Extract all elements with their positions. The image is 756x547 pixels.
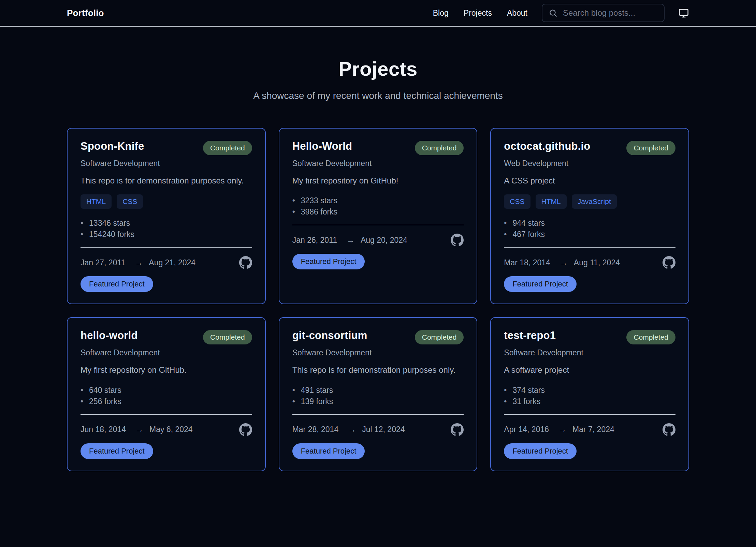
github-link[interactable] (451, 234, 464, 247)
start-date: Jun 18, 2014 (81, 425, 126, 434)
arrow-icon: → (560, 258, 568, 267)
project-category: Software Development (81, 348, 160, 357)
project-title: hello-world (81, 329, 138, 342)
stat-item: 256 forks (81, 396, 121, 407)
stat-item: 491 stars (292, 385, 333, 396)
project-card: Hello-World Completed Software Developme… (279, 128, 478, 304)
stat-list: 491 stars139 forks (292, 385, 333, 407)
github-icon (239, 423, 252, 436)
stat-item: 139 forks (292, 396, 333, 407)
tag-chip: HTML (81, 194, 112, 209)
tag-chip: CSS (504, 194, 530, 209)
project-dates: Jan 26, 2011 → Aug 20, 2024 (292, 236, 407, 245)
end-date: Aug 21, 2024 (149, 258, 195, 267)
arrow-icon: → (558, 425, 566, 434)
nav-item-about[interactable]: About (507, 9, 527, 18)
github-icon (663, 256, 675, 269)
search-input[interactable] (563, 8, 658, 18)
featured-badge: Featured Project (81, 276, 153, 292)
stat-item: 3986 forks (292, 206, 337, 218)
start-date: Jan 27, 2011 (81, 258, 125, 267)
project-card: test-repo1 Completed Software Developmen… (490, 317, 689, 471)
featured-badge: Featured Project (504, 443, 577, 459)
end-date: May 6, 2024 (149, 425, 193, 434)
tag-chip: CSS (117, 194, 143, 209)
project-title: git-consortium (292, 329, 367, 342)
main-nav: Blog Projects About (433, 9, 527, 18)
arrow-icon: → (135, 425, 143, 434)
project-category: Software Development (504, 348, 583, 357)
project-dates: Jan 27, 2011 → Aug 21, 2024 (81, 258, 195, 267)
stat-list: 13346 stars154240 forks (81, 218, 134, 240)
project-description: A CSS project (504, 175, 555, 186)
github-link[interactable] (239, 256, 252, 269)
stat-item: 31 forks (504, 396, 545, 407)
project-dates: Apr 14, 2016 → Mar 7, 2024 (504, 425, 614, 434)
start-date: Jan 26, 2011 (292, 236, 337, 245)
project-category: Software Development (81, 159, 160, 168)
card-divider (81, 247, 252, 248)
github-link[interactable] (663, 256, 675, 269)
github-icon (663, 423, 675, 436)
site-logo[interactable]: Portfolio (67, 8, 104, 18)
stat-item: 13346 stars (81, 218, 134, 229)
end-date: Aug 20, 2024 (361, 236, 407, 245)
arrow-icon: → (135, 258, 143, 267)
stat-item: 3233 stars (292, 195, 337, 206)
tag-list: HTMLCSS (81, 194, 143, 209)
stat-list: 944 stars467 forks (504, 218, 545, 240)
stat-list: 640 stars256 forks (81, 385, 121, 407)
page-subtitle: A showcase of my recent work and technic… (67, 90, 689, 101)
status-badge: Completed (415, 141, 464, 155)
project-dates: Jun 18, 2014 → May 6, 2024 (81, 425, 193, 434)
project-card: octocat.github.io Completed Web Developm… (490, 128, 689, 304)
status-badge: Completed (626, 330, 675, 344)
stat-item: 467 forks (504, 229, 545, 240)
github-link[interactable] (663, 423, 675, 436)
github-icon (451, 234, 464, 247)
project-description: This repo is for demonstration purposes … (292, 365, 455, 375)
arrow-icon: → (347, 236, 354, 245)
site-header: Portfolio Blog Projects About (0, 0, 756, 27)
project-description: This repo is for demonstration purposes … (81, 175, 244, 186)
stat-list: 374 stars31 forks (504, 385, 545, 407)
nav-item-blog[interactable]: Blog (433, 9, 449, 18)
project-description: My first repository on GitHub! (292, 175, 398, 186)
card-divider (504, 247, 675, 248)
featured-badge: Featured Project (504, 276, 577, 292)
featured-badge: Featured Project (81, 443, 153, 459)
github-link[interactable] (239, 423, 252, 436)
tag-chip: HTML (536, 194, 567, 209)
project-card: hello-world Completed Software Developme… (67, 317, 266, 471)
start-date: Mar 28, 2014 (292, 425, 339, 434)
start-date: Apr 14, 2016 (504, 425, 549, 434)
nav-item-projects[interactable]: Projects (464, 9, 492, 18)
project-description: My first repository on GitHub. (81, 365, 187, 375)
status-badge: Completed (203, 330, 252, 344)
project-category: Software Development (292, 159, 372, 168)
project-category: Software Development (292, 348, 372, 357)
tag-chip: JavaScript (572, 194, 617, 209)
project-title: test-repo1 (504, 329, 556, 342)
project-dates: Mar 28, 2014 → Jul 12, 2024 (292, 425, 405, 434)
search-icon (549, 9, 557, 17)
projects-page: Projects A showcase of my recent work an… (67, 57, 689, 471)
project-description: A software project (504, 365, 569, 375)
page-title: Projects (67, 57, 689, 80)
featured-badge: Featured Project (292, 254, 365, 269)
project-card: git-consortium Completed Software Develo… (279, 317, 478, 471)
github-icon (451, 423, 464, 436)
tag-list: CSSHTMLJavaScript (504, 194, 616, 209)
card-divider (504, 414, 675, 415)
project-title: Hello-World (292, 140, 352, 152)
stat-list: 3233 stars3986 forks (292, 195, 337, 218)
monitor-icon (678, 8, 689, 18)
card-divider (292, 414, 464, 415)
card-divider (81, 414, 252, 415)
blog-search[interactable] (542, 4, 665, 22)
stat-item: 640 stars (81, 385, 121, 396)
status-badge: Completed (415, 330, 464, 344)
github-link[interactable] (451, 423, 464, 436)
theme-toggle-button[interactable] (678, 8, 689, 18)
project-title: Spoon-Knife (81, 140, 144, 152)
